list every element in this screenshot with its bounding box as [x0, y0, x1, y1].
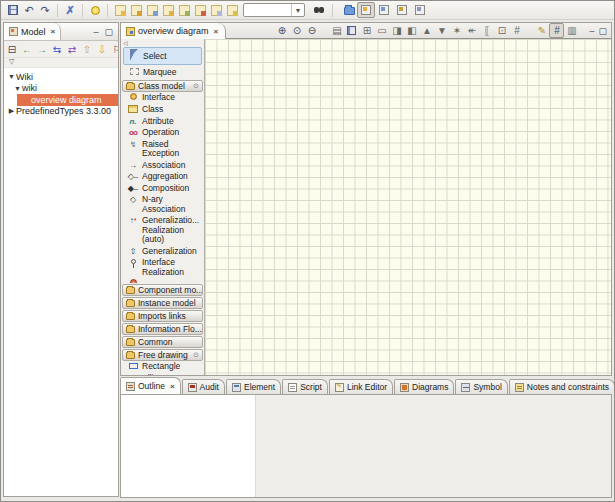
palette-item-clipped[interactable]	[121, 278, 204, 283]
palette-item-attribute[interactable]: n. Attribute	[121, 116, 204, 128]
tree-item-wiki-package[interactable]: ▼ wiki	[4, 83, 118, 95]
tree-item-overview-diagram[interactable]: overview diagram	[4, 94, 118, 106]
move-down-layer-icon[interactable]: ▼	[434, 23, 449, 38]
tab-symbol[interactable]: Symbol	[455, 379, 507, 394]
free-note-icon[interactable]: ✎	[534, 23, 549, 38]
perspective-button-2[interactable]	[375, 2, 393, 18]
create-element-icon-8[interactable]	[227, 5, 238, 16]
palette-item-operation[interactable]: oo Operation	[121, 127, 204, 139]
close-icon[interactable]: ×	[168, 382, 175, 391]
move-up-layer-icon[interactable]: ▲	[419, 23, 434, 38]
drawer-information-flows[interactable]: Information Flo...	[122, 323, 203, 335]
export-image-icon[interactable]: ⊞	[359, 23, 374, 38]
save-button[interactable]	[5, 2, 21, 18]
zoom-in-icon[interactable]: ⊕	[274, 23, 289, 38]
clipped-toolbar-icon[interactable]: ⚐	[111, 43, 118, 56]
redo-button[interactable]: ↷	[37, 2, 53, 18]
tab-model[interactable]: Model ×	[4, 23, 61, 40]
palette-collapse-icon[interactable]: ◁	[121, 39, 204, 47]
selected-tree-item[interactable]: overview diagram	[17, 94, 118, 106]
drawer-common[interactable]: Common	[122, 336, 203, 348]
palette-item-interface[interactable]: Interface	[121, 92, 204, 104]
unmask-icon[interactable]: ↞	[464, 23, 479, 38]
diagram-canvas[interactable]	[205, 39, 611, 375]
zoom-100-icon[interactable]: ⊙	[289, 23, 304, 38]
close-icon[interactable]: ×	[212, 27, 219, 36]
zoom-out-icon[interactable]: ⊖	[304, 23, 319, 38]
nav-back-icon[interactable]: ←	[21, 43, 33, 56]
drawer-pin-icon[interactable]: ⊙	[193, 351, 199, 359]
tab-diagrams[interactable]: Diagrams	[394, 379, 454, 394]
move-up-icon[interactable]: ⇧	[81, 43, 93, 56]
create-element-icon-5[interactable]	[179, 5, 190, 16]
show-columns-icon[interactable]: ▥	[564, 23, 579, 38]
save-diagram-icon[interactable]	[344, 23, 359, 38]
palette-item-raised-exception[interactable]: ↯ Raised Exception	[121, 139, 204, 160]
expander-expanded-icon[interactable]: ▼	[7, 73, 16, 80]
open-perspective-button[interactable]	[341, 2, 357, 18]
palette-item-generalization-realization-auto[interactable]: ↑* Generalizatio... Realization (auto)	[121, 215, 204, 246]
grid-box-icon[interactable]: ⊡	[494, 23, 509, 38]
palette-item-class[interactable]: Class	[121, 104, 204, 116]
create-element-icon-7[interactable]	[211, 5, 222, 16]
create-element-icon-1[interactable]	[115, 5, 126, 16]
palette-item-interface-realization[interactable]: Interface Realization	[121, 257, 204, 278]
close-icon[interactable]: ×	[49, 27, 56, 36]
tab-link-editor[interactable]: Link Editor	[329, 379, 393, 394]
drawer-pin-icon[interactable]: ⊙	[193, 82, 199, 90]
palette-item-composition[interactable]: ◆– Composition	[121, 183, 204, 195]
palette-item-rectangle[interactable]: Rectangle	[121, 361, 204, 373]
find-button[interactable]	[308, 2, 324, 18]
palette-item-ellipse[interactable]: Ellipse	[121, 373, 204, 376]
drawer-component-model[interactable]: Component mo...	[122, 284, 203, 296]
palette-tool-marquee[interactable]: Marquee	[123, 65, 202, 79]
outline-view-content[interactable]	[121, 395, 256, 497]
combo-dropdown-button[interactable]: ▼	[291, 4, 304, 16]
perspective-button-4[interactable]	[411, 2, 429, 18]
create-element-icon-4[interactable]	[163, 5, 174, 16]
print-icon[interactable]: ▤	[329, 23, 344, 38]
minimize-button[interactable]: –	[93, 28, 98, 36]
maximize-button[interactable]: ▢	[104, 28, 113, 36]
configure-button[interactable]: ✗	[62, 2, 78, 18]
palette-item-association[interactable]: → Association	[121, 160, 204, 172]
search-combo[interactable]: ▼	[243, 3, 305, 17]
tab-script[interactable]: Script	[282, 379, 328, 394]
page-bounds-icon[interactable]: ⟦	[479, 23, 494, 38]
collapse-all-icon[interactable]: ⊟	[6, 43, 18, 56]
move-down-icon[interactable]: ⇩	[96, 43, 108, 56]
snap-to-grid-icon[interactable]: #	[549, 23, 564, 38]
create-element-icon-3[interactable]	[147, 5, 158, 16]
tip-button[interactable]	[87, 2, 103, 18]
fit-selection-icon[interactable]: ▭	[374, 23, 389, 38]
create-element-icon-2[interactable]	[131, 5, 142, 16]
undo-button[interactable]: ↶	[21, 2, 37, 18]
tab-element[interactable]: Element	[226, 379, 281, 394]
drawer-free-drawing[interactable]: Free drawing ⊙	[122, 349, 203, 361]
tab-audit[interactable]: Audit	[182, 379, 225, 394]
tab-notes-and-constraints[interactable]: Notes and constraints	[509, 379, 615, 394]
auto-layout-icon[interactable]: ✶	[449, 23, 464, 38]
maximize-button[interactable]: ▢	[598, 27, 607, 35]
palette-item-nary-association[interactable]: ◇ N-ary Association	[121, 194, 204, 215]
hash-grid-icon[interactable]: #	[509, 23, 524, 38]
expander-expanded-icon[interactable]: ▼	[13, 85, 22, 92]
align-left-icon[interactable]: ◧	[404, 23, 419, 38]
tree-item-predefined-types[interactable]: ▶ PredefinedTypes 3.3.00	[4, 106, 118, 118]
create-element-icon-6[interactable]	[195, 5, 206, 16]
palette-item-generalization[interactable]: ⇧ Generalization	[121, 246, 204, 258]
drawer-class-model[interactable]: Class model ⊙	[122, 80, 203, 92]
tree-item-wiki-project[interactable]: ▼ Wiki	[4, 71, 118, 83]
expander-collapsed-icon[interactable]: ▶	[7, 107, 16, 115]
perspective-button-3[interactable]	[393, 2, 411, 18]
view-menu-button[interactable]: ▽	[4, 58, 118, 68]
palette-tool-select[interactable]: Select	[123, 47, 202, 65]
related-links-icon[interactable]: ⇄	[66, 43, 78, 56]
nav-forward-icon[interactable]: →	[36, 43, 48, 56]
minimize-button[interactable]: –	[589, 27, 594, 35]
drawer-imports-links[interactable]: Imports links	[122, 310, 203, 322]
related-elements-icon[interactable]: ⇆	[51, 43, 63, 56]
perspective-button-modeling[interactable]	[357, 2, 375, 18]
palette-item-aggregation[interactable]: ◇– Aggregation	[121, 171, 204, 183]
paste-style-icon[interactable]: ◨	[389, 23, 404, 38]
